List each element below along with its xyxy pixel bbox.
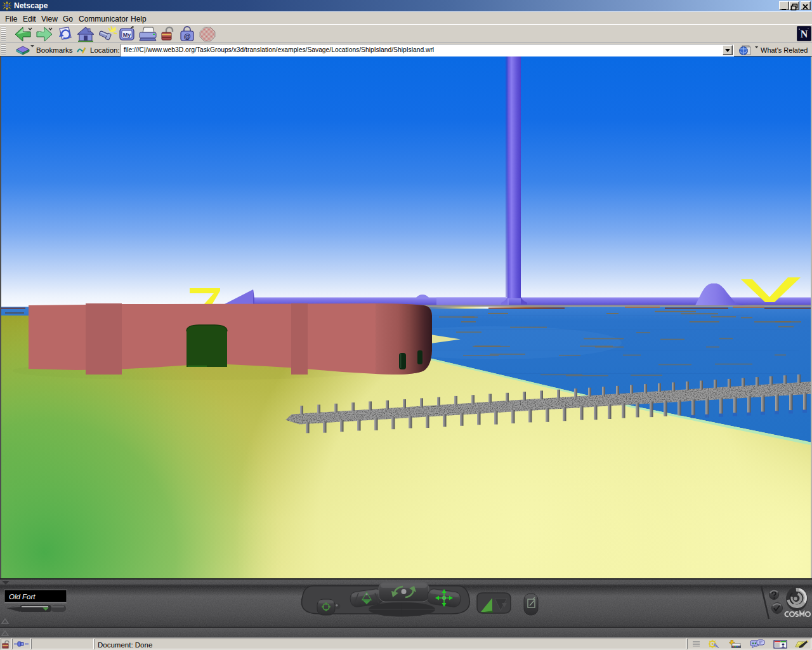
svg-text:Old Fort: Old Fort bbox=[9, 593, 36, 600]
svg-text:N: N bbox=[801, 29, 808, 39]
svg-text:@: @ bbox=[184, 32, 191, 40]
svg-text:My: My bbox=[123, 32, 131, 38]
